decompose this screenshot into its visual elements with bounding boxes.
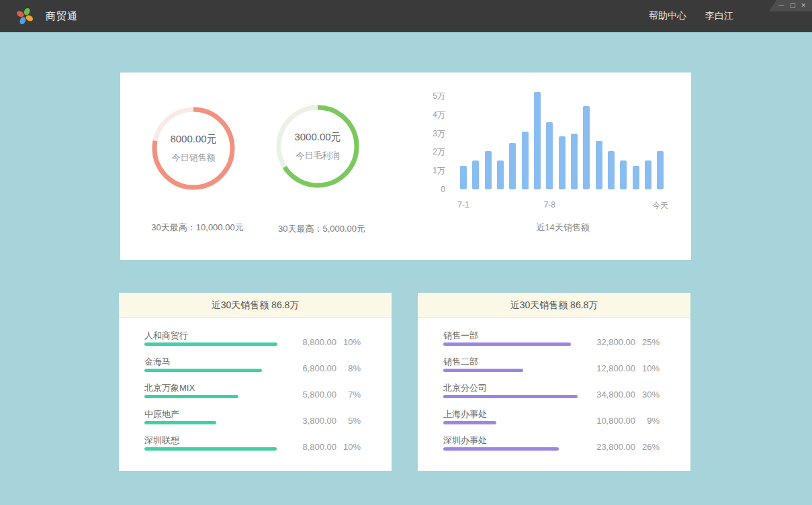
profit-30day-max-caption: 30天最高：5,000.00元 bbox=[251, 223, 393, 235]
rank-card-header: 近30天销售额 86.8万 bbox=[119, 293, 392, 318]
rank-row-amount: 8,800.00 bbox=[288, 442, 336, 452]
rank-row-bar bbox=[144, 395, 238, 398]
rank-row-amount: 32,800.00 bbox=[587, 337, 635, 347]
rank-row-bar bbox=[443, 342, 571, 346]
daily-sales-bar-chart bbox=[460, 89, 666, 189]
today-profit-gauge: 3000.00元 今日毛利润 bbox=[273, 102, 362, 191]
rank-row-value: 12,800.00 10% bbox=[587, 363, 660, 373]
rank-row-name: 深圳办事处 bbox=[443, 434, 487, 447]
window-controls: — □ ✕ bbox=[769, 0, 812, 11]
rank-row-percent: 7% bbox=[336, 389, 361, 400]
rank-row-bar bbox=[443, 369, 523, 372]
x-axis-label: 7-1 bbox=[457, 200, 469, 210]
today-profit-label: 今日毛利润 bbox=[296, 150, 340, 162]
rank-row: 销售一部 32,800.00 25% bbox=[443, 328, 660, 355]
rank-row-value: 23,800.00 26% bbox=[587, 442, 660, 452]
rank-row-value: 34,800.00 30% bbox=[587, 389, 660, 400]
rank-row: 销售二部 12,800.00 10% bbox=[443, 355, 660, 381]
rank-row-bar bbox=[144, 369, 262, 372]
rank-row-amount: 6,800.00 bbox=[288, 363, 336, 373]
rank-card-header: 近30天销售额 86.8万 bbox=[418, 293, 690, 318]
rank-row-percent: 25% bbox=[635, 337, 660, 347]
rank-row-name: 中原地产 bbox=[144, 408, 179, 420]
rank-row-name: 金海马 bbox=[144, 356, 171, 368]
sales-bar bbox=[633, 166, 639, 189]
rank-row-name: 北京分公司 bbox=[443, 382, 487, 394]
y-axis-tick: 5万 bbox=[402, 91, 445, 101]
sales-bar bbox=[559, 136, 566, 189]
rank-row-percent: 10% bbox=[336, 442, 361, 452]
y-axis-tick: 2万 bbox=[402, 147, 445, 156]
rank-row-value: 10,800.00 9% bbox=[587, 416, 660, 426]
y-axis-tick: 1万 bbox=[402, 166, 445, 175]
overview-card: 8000.00元 今日销售额 30天最高：10,000.00元 3000.00元… bbox=[120, 73, 691, 260]
rank-row-value: 5,800.00 7% bbox=[288, 389, 361, 400]
x-axis-label: 今天 bbox=[652, 200, 668, 212]
sales-bar bbox=[509, 143, 516, 190]
rank-row-value: 8,800.00 10% bbox=[288, 337, 361, 347]
app-titlebar: 商贸通 帮助中心 李白江 — □ ✕ bbox=[0, 0, 812, 32]
rank-row-name: 销售一部 bbox=[443, 330, 478, 342]
rank-row-amount: 8,800.00 bbox=[288, 337, 336, 347]
rank-row: 深圳联想 8,800.00 10% bbox=[144, 433, 361, 459]
rank-row-bar bbox=[443, 421, 496, 424]
rank-row-name: 北京万象MIX bbox=[144, 382, 195, 394]
gauge-center-text: 3000.00元 今日毛利润 bbox=[273, 102, 362, 191]
app-title: 商贸通 bbox=[46, 0, 78, 32]
department-rank-card: 近30天销售额 86.8万 销售一部 32,800.00 25% 销售二部 12… bbox=[418, 293, 690, 471]
today-profit-value: 3000.00元 bbox=[294, 131, 341, 144]
sales-30day-max-caption: 30天最高：10,000.00元 bbox=[126, 222, 269, 234]
rank-row: 中原地产 3,800.00 5% bbox=[144, 407, 361, 433]
sales-bar bbox=[472, 160, 479, 189]
rank-row-bar bbox=[443, 447, 559, 451]
sales-bar bbox=[534, 92, 541, 189]
rank-row: 上海办事处 10,800.00 9% bbox=[443, 407, 660, 433]
x-axis-label: 7-8 bbox=[544, 200, 555, 210]
rank-row-bar bbox=[144, 342, 277, 346]
rank-row-percent: 5% bbox=[336, 416, 361, 426]
rank-card-body: 人和商贸行 8,800.00 10% 金海马 6,800.00 8% 北京万象M… bbox=[119, 318, 392, 459]
rank-row-amount: 34,800.00 bbox=[587, 389, 635, 400]
user-name[interactable]: 李白江 bbox=[705, 10, 733, 22]
rank-row-value: 32,800.00 25% bbox=[587, 337, 660, 347]
rank-row-amount: 5,800.00 bbox=[288, 389, 336, 400]
sales-bar bbox=[522, 132, 529, 189]
sales-bar bbox=[596, 141, 602, 189]
minimize-button[interactable]: — bbox=[778, 3, 784, 9]
rank-row-bar bbox=[443, 395, 578, 398]
rank-row: 金海马 6,800.00 8% bbox=[144, 355, 361, 381]
y-axis-tick: 3万 bbox=[402, 129, 445, 138]
bar-chart-y-axis: 5万4万3万2万1万0 bbox=[402, 91, 445, 199]
rank-row-name: 上海办事处 bbox=[443, 408, 487, 420]
rank-row-percent: 8% bbox=[336, 363, 361, 373]
rank-card-body: 销售一部 32,800.00 25% 销售二部 12,800.00 10% 北京… bbox=[418, 318, 690, 459]
sales-bar bbox=[657, 151, 664, 189]
titlebar-right: 帮助中心 李白江 bbox=[649, 0, 733, 32]
sales-bar bbox=[645, 160, 651, 189]
rank-row-percent: 10% bbox=[336, 337, 361, 347]
today-sales-value: 8000.00元 bbox=[170, 133, 216, 146]
rank-row-name: 销售二部 bbox=[443, 356, 478, 368]
sales-bar bbox=[497, 160, 504, 189]
rank-row-percent: 26% bbox=[635, 442, 660, 452]
rank-row-percent: 30% bbox=[635, 389, 660, 400]
maximize-button[interactable]: □ bbox=[790, 3, 796, 9]
sales-bar bbox=[620, 160, 627, 189]
rank-row: 北京万象MIX 5,800.00 7% bbox=[144, 381, 361, 407]
rank-row: 北京分公司 34,800.00 30% bbox=[443, 381, 660, 407]
sales-bar bbox=[485, 151, 492, 189]
rank-row-bar bbox=[144, 447, 277, 451]
sales-bar bbox=[571, 134, 578, 189]
today-sales-label: 今日销售额 bbox=[172, 152, 216, 164]
rank-row: 人和商贸行 8,800.00 10% bbox=[144, 328, 361, 355]
app-logo-icon bbox=[15, 7, 34, 26]
sales-bar bbox=[460, 166, 467, 189]
rank-row-amount: 12,800.00 bbox=[587, 363, 635, 373]
rank-row-bar bbox=[144, 421, 216, 424]
rank-row-value: 3,800.00 5% bbox=[288, 416, 361, 426]
close-button[interactable]: ✕ bbox=[801, 3, 806, 9]
rank-row-percent: 9% bbox=[635, 416, 660, 426]
rank-row-percent: 10% bbox=[635, 363, 660, 373]
bar-chart-x-axis: 7-17-8今天 bbox=[460, 200, 666, 211]
help-center-link[interactable]: 帮助中心 bbox=[649, 10, 686, 22]
